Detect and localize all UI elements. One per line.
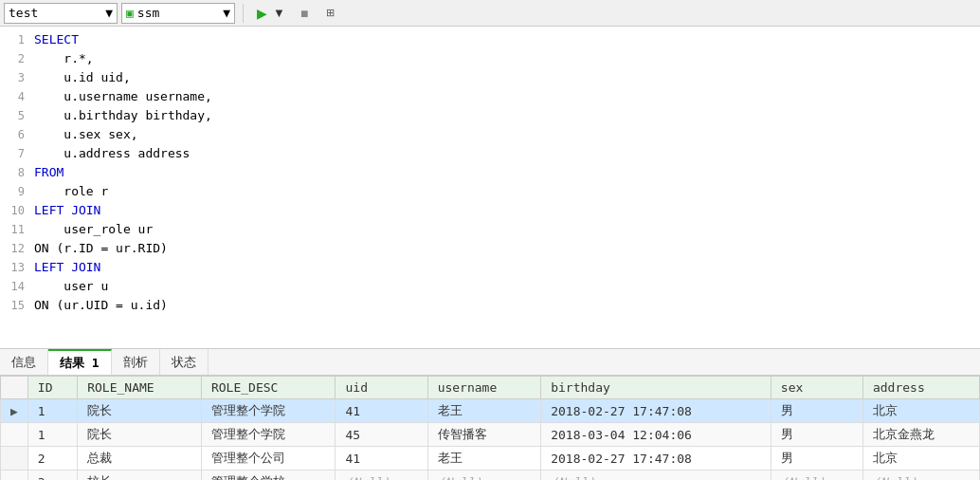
divider1: [243, 4, 244, 23]
cell-username: 传智播客: [427, 423, 541, 447]
sql-text: u.address address: [34, 144, 190, 163]
run-button[interactable]: ▶ ▼: [251, 4, 291, 23]
sql-text: u.username username,: [34, 87, 212, 106]
editor-line: 15ON (ur.UID = u.id): [0, 296, 980, 315]
line-number: 14: [0, 277, 34, 296]
cell-id: 3: [27, 471, 77, 481]
line-number: 2: [0, 49, 34, 68]
sql-text: u.id uid,: [34, 68, 131, 87]
db1-label: test: [9, 6, 38, 20]
editor-line: 6 u.sex sex,: [0, 125, 980, 144]
cell-sex: 男: [771, 399, 862, 423]
cell-id: 2: [27, 447, 77, 471]
editor-line: 8FROM: [0, 163, 980, 182]
line-number: 1: [0, 30, 34, 49]
cell-sex: 男: [771, 447, 862, 471]
result-tabs: 信息结果 1剖析状态: [0, 349, 980, 376]
line-number: 12: [0, 239, 34, 258]
line-number: 13: [0, 258, 34, 277]
cell-username: 老王: [427, 447, 541, 471]
row-marker: [1, 471, 28, 481]
row-marker: ▶: [1, 399, 28, 423]
editor-line: 5 u.birthday birthday,: [0, 106, 980, 125]
sql-text: r.*,: [34, 49, 94, 68]
editor-line: 7 u.address address: [0, 144, 980, 163]
cell-role-desc: 管理整个学院: [201, 399, 336, 423]
tab-状态[interactable]: 状态: [160, 349, 209, 375]
cell-role-name: 总裁: [78, 447, 202, 471]
cell-birthday: 2018-02-27 17:47:08: [541, 399, 771, 423]
sql-text: role r: [34, 182, 108, 201]
sql-editor[interactable]: 1SELECT2 r.*,3 u.id uid,4 u.username use…: [0, 27, 980, 349]
chevron-down-icon2: ▼: [223, 6, 230, 20]
sql-text: ON (r.ID = ur.RID): [34, 239, 168, 258]
tab-结果1[interactable]: 结果 1: [48, 349, 112, 375]
table-row[interactable]: ▶1院长管理整个学院41老王2018-02-27 17:47:08男北京: [1, 399, 980, 423]
col-header-marker: [1, 377, 28, 399]
cell-id: 1: [27, 423, 77, 447]
sql-keyword: LEFT JOIN: [34, 201, 100, 220]
toolbar: test ▼ ▣ ssm ▼ ▶ ▼ ■ ⊞: [0, 0, 980, 27]
sql-text: user u: [34, 277, 108, 296]
editor-line: 13LEFT JOIN: [0, 258, 980, 277]
cell-role-name: 院长: [78, 423, 202, 447]
cell-role-name: 校长: [78, 471, 202, 481]
table-row[interactable]: 1院长管理整个学院45传智播客2018-03-04 12:04:06男北京金燕龙: [1, 423, 980, 447]
col-header-uid: uid: [336, 377, 427, 399]
col-header-birthday: birthday: [541, 377, 771, 399]
table-row[interactable]: 3校长管理整个学校(Null)(Null)(Null)(Null)(Null): [1, 471, 980, 481]
explain-icon: ⊞: [326, 7, 335, 19]
db2-label: ssm: [137, 6, 159, 20]
line-number: 8: [0, 163, 34, 182]
col-header-address: address: [862, 377, 979, 399]
line-number: 3: [0, 68, 34, 87]
sql-text: ON (ur.UID = u.id): [34, 296, 168, 315]
row-marker: [1, 423, 28, 447]
run-dropdown-icon: ▼: [273, 6, 285, 20]
cell-birthday: (Null): [541, 471, 771, 481]
line-number: 4: [0, 87, 34, 106]
db2-select[interactable]: ▣ ssm ▼: [121, 3, 235, 24]
table-row[interactable]: 2总裁管理整个公司41老王2018-02-27 17:47:08男北京: [1, 447, 980, 471]
sql-text: u.sex sex,: [34, 125, 138, 144]
col-header-id: ID: [27, 377, 77, 399]
col-header-role_desc: ROLE_DESC: [201, 377, 336, 399]
stop-icon: ■: [300, 6, 308, 21]
line-number: 10: [0, 201, 34, 220]
cell-id: 1: [27, 399, 77, 423]
chevron-down-icon: ▼: [105, 6, 113, 20]
col-header-sex: sex: [771, 377, 862, 399]
db1-select[interactable]: test ▼: [4, 3, 118, 24]
row-marker: [1, 447, 28, 471]
stop-button[interactable]: ■: [295, 4, 317, 23]
line-number: 7: [0, 144, 34, 163]
sql-text: user_role ur: [34, 220, 153, 239]
editor-line: 11 user_role ur: [0, 220, 980, 239]
explain-button[interactable]: ⊞: [320, 5, 343, 21]
cell-uid: (Null): [336, 471, 427, 481]
sql-keyword: SELECT: [34, 30, 79, 49]
tab-剖析[interactable]: 剖析: [112, 349, 160, 375]
editor-line: 4 u.username username,: [0, 87, 980, 106]
editor-line: 2 r.*,: [0, 49, 980, 68]
cell-role-name: 院长: [78, 399, 202, 423]
editor-line: 14 user u: [0, 277, 980, 296]
cell-birthday: 2018-03-04 12:04:06: [541, 423, 771, 447]
sql-keyword: FROM: [34, 163, 64, 182]
cell-uid: 41: [336, 447, 427, 471]
cell-role-desc: 管理整个公司: [201, 447, 336, 471]
col-header-username: username: [427, 377, 541, 399]
tab-信息[interactable]: 信息: [0, 349, 48, 375]
cell-sex: (Null): [771, 471, 862, 481]
cell-uid: 41: [336, 399, 427, 423]
editor-line: 1SELECT: [0, 30, 980, 49]
cell-username: 老王: [427, 399, 541, 423]
line-number: 5: [0, 106, 34, 125]
sql-text: u.birthday birthday,: [34, 106, 212, 125]
result-table: IDROLE_NAMEROLE_DESCuidusernamebirthdays…: [0, 376, 980, 480]
line-number: 15: [0, 296, 34, 315]
db2-icon: ▣: [126, 6, 134, 20]
cell-address: 北京: [862, 447, 979, 471]
line-number: 6: [0, 125, 34, 144]
line-number: 9: [0, 182, 34, 201]
